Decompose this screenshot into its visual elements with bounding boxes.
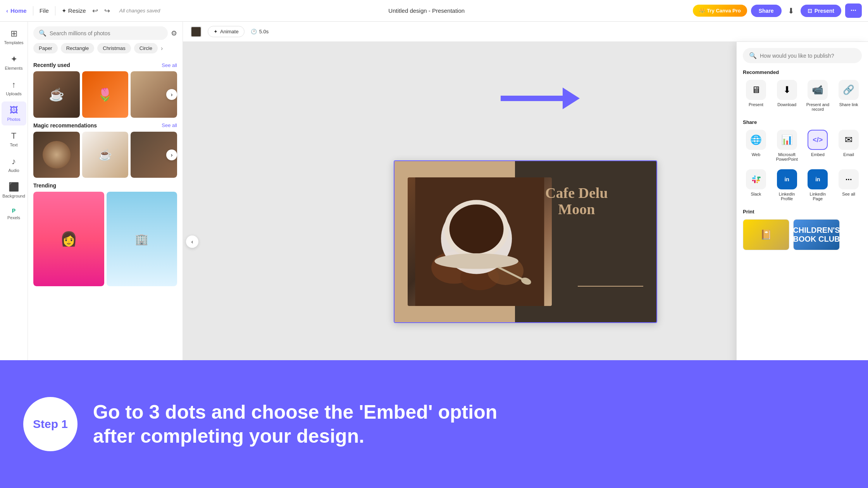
publish-web[interactable]: 🌐 Web [743, 130, 769, 162]
present-icon: ⊡ [808, 8, 812, 14]
animate-button[interactable]: ✦ Animate [208, 26, 245, 37]
publish-powerpoint[interactable]: 📊 Microsoft PowerPoint [774, 130, 800, 162]
tutorial-bar: Step 1 Go to 3 dots and choose the 'Embe… [0, 360, 868, 488]
redo-button[interactable]: ↪ [103, 5, 112, 17]
publish-search-icon: 🔍 [749, 52, 757, 59]
trending-header: Trending [33, 182, 177, 189]
filter-button[interactable]: ⚙ [171, 29, 177, 38]
magic-photo-1[interactable] [33, 132, 80, 178]
templates-label: Templates [4, 40, 23, 45]
photos-nav-arrow[interactable]: › [166, 89, 177, 100]
print-thumb-1[interactable]: 📔 [743, 219, 789, 250]
undo-button[interactable]: ↩ [91, 5, 100, 17]
share-link-label: Share link [839, 102, 858, 107]
resize-button[interactable]: ✦ Resize [62, 7, 86, 14]
canvas-nav-left[interactable]: ‹ [186, 235, 198, 248]
publish-search-input[interactable] [760, 53, 856, 59]
publish-download[interactable]: ⬇ Download [774, 80, 800, 112]
sidebar-item-photos[interactable]: 🖼 Photos [2, 101, 26, 125]
present-record-label: Present and record [805, 102, 831, 112]
publish-present[interactable]: 🖥 Present [743, 80, 769, 112]
publish-linkedin-profile[interactable]: in LinkedIn Profile [774, 169, 800, 201]
magic-title: Magic recommendations [33, 122, 97, 129]
search-icon: 🔍 [39, 29, 46, 37]
print-thumb-2[interactable]: CHILDREN'SBOOK CLUB [793, 219, 840, 250]
chip-paper[interactable]: Paper [33, 43, 58, 53]
chip-rectangle[interactable]: Rectangle [61, 43, 95, 53]
step-circle: Step 1 [23, 397, 78, 451]
magic-photo-2[interactable]: ☕ [82, 132, 129, 178]
sidebar-item-pexels[interactable]: P Pexels [2, 204, 26, 224]
photos-label: Photos [7, 117, 20, 122]
trending-photo-2[interactable]: 🏢 [107, 192, 177, 286]
present-icon-box: 🖥 [746, 80, 766, 100]
sidebar-item-audio[interactable]: ♪ Audio [2, 153, 26, 177]
magic-nav-arrow[interactable]: › [166, 149, 177, 160]
see-all-label: See all [842, 192, 855, 196]
try-pro-button[interactable]: 👑 Try Canva Pro [693, 5, 747, 17]
linkedin-page-icon-box: in [808, 169, 828, 189]
sidebar-item-templates[interactable]: ⊞ Templates [2, 25, 26, 49]
text-icon: T [11, 131, 16, 141]
publish-search[interactable]: 🔍 [743, 48, 862, 63]
recently-used-header: Recently used See all [33, 62, 177, 68]
share-button[interactable]: Share [751, 5, 782, 17]
publish-present-record[interactable]: 📹 Present and record [805, 80, 831, 112]
publish-email[interactable]: ✉ Email [835, 130, 862, 162]
chip-circle[interactable]: Circle [134, 43, 158, 53]
sidebar-item-background[interactable]: ⬛ Background [2, 178, 26, 202]
crown-icon: 👑 [699, 8, 705, 14]
publish-share-link[interactable]: 🔗 Share link [835, 80, 862, 112]
search-box[interactable]: 🔍 [33, 26, 168, 40]
nav-right-group: 👑 Try Canva Pro Share ⬇ ⊡ Present ··· [693, 3, 862, 18]
photo-cell-tulips[interactable]: 🌷 [82, 71, 129, 118]
sidebar-item-text[interactable]: T Text [2, 127, 26, 151]
slack-icon-box [746, 169, 766, 189]
recommended-label: Recommended [743, 69, 862, 75]
nav-divider2 [55, 6, 55, 15]
svg-point-6 [449, 204, 503, 253]
templates-icon: ⊞ [10, 29, 17, 39]
linkedin-profile-icon-box: in [777, 169, 797, 189]
chips-more-icon: › [161, 45, 163, 52]
undo-redo-group: ↩ ↪ [91, 5, 112, 17]
top-navigation: ‹ Home File ✦ Resize ↩ ↪ All changes sav… [0, 0, 868, 22]
home-nav-item[interactable]: ‹ Home [6, 7, 27, 14]
linkedin-page-label: LinkedIn Page [805, 192, 831, 201]
save-status: All changes saved [119, 8, 160, 14]
svg-point-7 [434, 253, 518, 269]
trending-photo-1[interactable]: 👩 [33, 192, 104, 286]
slide-canvas[interactable]: Cafe Delu Moon [394, 160, 657, 323]
present-button[interactable]: ⊡ Present [801, 5, 841, 17]
color-swatch[interactable] [191, 26, 202, 37]
sidebar-item-uploads[interactable]: ↑ Uploads [2, 76, 26, 100]
tutorial-wave [0, 360, 868, 376]
powerpoint-icon-box: 📊 [777, 130, 797, 150]
chip-christmas[interactable]: Christmas [97, 43, 131, 53]
present-record-icon-box: 📹 [808, 80, 828, 100]
animate-label: Animate [220, 29, 239, 34]
print-label: Print [743, 209, 862, 215]
background-icon: ⬛ [9, 182, 19, 192]
publish-slack[interactable]: Slack [743, 169, 769, 201]
duration-display: 🕐 5.0s [251, 29, 269, 34]
slack-label: Slack [751, 192, 761, 196]
publish-linkedin-page[interactable]: in LinkedIn Page [805, 169, 831, 201]
download-button[interactable]: ⬇ [785, 4, 797, 18]
magic-see-all[interactable]: See all [162, 122, 177, 128]
email-label: Email [843, 152, 854, 157]
photo-cell-coffee[interactable]: ☕ [33, 71, 80, 118]
publish-see-all[interactable]: ··· See all [835, 169, 862, 201]
three-dots-button[interactable]: ··· [845, 3, 862, 18]
step-label: Step 1 [33, 418, 68, 431]
clock-icon: 🕐 [251, 29, 257, 34]
file-menu[interactable]: File [40, 7, 49, 14]
recommended-grid: 🖥 Present ⬇ Download 📹 Present and recor… [743, 80, 862, 112]
trending-grid: 👩 🏢 [33, 192, 177, 286]
sidebar-item-elements[interactable]: ✦ Elements [2, 50, 26, 74]
share-grid: 🌐 Web 📊 Microsoft PowerPoint </> Embed ✉… [743, 130, 862, 162]
recently-used-see-all[interactable]: See all [162, 62, 177, 68]
publish-embed[interactable]: </> Embed [805, 130, 831, 162]
pexels-label: Pexels [7, 215, 20, 220]
search-input[interactable] [50, 30, 162, 36]
